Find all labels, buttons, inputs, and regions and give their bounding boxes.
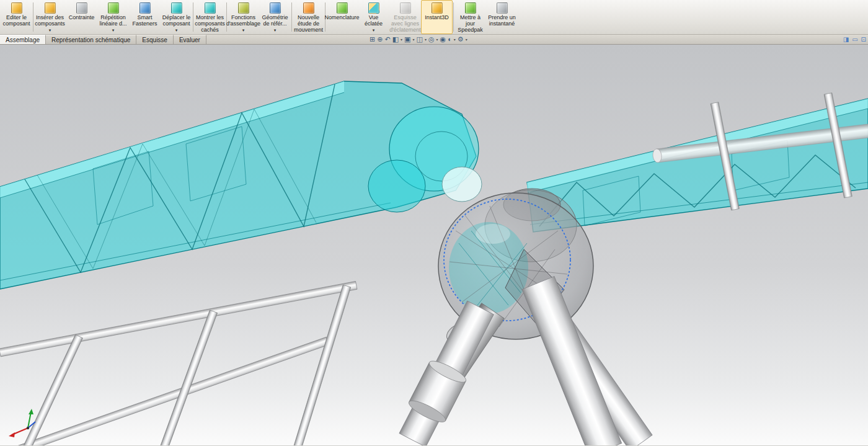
mate-paperclip-icon xyxy=(76,2,87,14)
display-style-icon[interactable]: ◫ xyxy=(417,36,423,43)
instant3d-icon xyxy=(432,2,443,14)
exploded-view-icon xyxy=(368,2,379,14)
command-manager-tabs: Assemblage Représentation schématique Es… xyxy=(0,35,868,45)
take-snapshot-icon xyxy=(497,2,508,14)
bill-of-materials-button[interactable]: Nomenclature xyxy=(326,0,358,34)
mate-button[interactable]: Contrainte xyxy=(66,0,97,34)
display-pane-expand-icon[interactable]: ◨ xyxy=(843,37,849,43)
dropdown-caret-icon[interactable]: ▾ xyxy=(112,29,115,32)
bill-of-materials-icon xyxy=(337,2,348,14)
dropdown-caret-icon[interactable]: ▾ xyxy=(175,29,178,32)
insert-components-button[interactable]: Insérer des composants ▾ xyxy=(34,0,66,34)
linear-pattern-button[interactable]: Répétition linéaire d... ▾ xyxy=(97,0,129,34)
smart-fasteners-button[interactable]: Smart Fasteners xyxy=(129,0,161,34)
zoom-area-icon[interactable]: ⊕ xyxy=(377,36,383,43)
exploded-view-button[interactable]: Vue éclatée ▾ xyxy=(358,0,389,34)
explode-line-sketch-icon xyxy=(400,2,411,14)
smart-fasteners-icon xyxy=(140,2,151,14)
graphics-area[interactable] xyxy=(0,45,868,445)
take-snapshot-button[interactable]: Prendre un instantané xyxy=(486,0,518,34)
reference-geometry-button[interactable]: Géométrie de référ... ▾ xyxy=(259,0,291,34)
toolbar-separator xyxy=(453,2,454,32)
display-pane-buttons: ◨▭⊡ xyxy=(843,35,866,44)
tab-esquisse[interactable]: Esquisse xyxy=(136,35,174,44)
dropdown-caret-icon[interactable]: ▾ xyxy=(274,29,277,32)
insert-components-icon xyxy=(45,2,56,14)
edit-component-icon xyxy=(11,2,22,14)
tab-representation-schematique[interactable]: Représentation schématique xyxy=(46,35,136,44)
toolbar-separator xyxy=(33,2,33,32)
move-component-button[interactable]: Déplacer le composant ▾ xyxy=(161,0,192,34)
assembly-features-button[interactable]: Fonctions d'assemblage ▾ xyxy=(228,0,259,34)
dropdown-caret-icon[interactable]: ▾ xyxy=(454,37,456,42)
view-settings-icon[interactable]: ⚙ xyxy=(458,36,464,43)
edit-appearance-icon[interactable]: ◉ xyxy=(440,36,446,43)
reference-geometry-icon xyxy=(270,2,281,14)
dropdown-caret-icon[interactable]: ▾ xyxy=(242,29,245,32)
tab-evaluer[interactable]: Evaluer xyxy=(174,35,206,44)
section-view-icon[interactable]: ◧ xyxy=(392,36,399,43)
fullscreen-toggle-icon[interactable]: ⊡ xyxy=(861,37,866,43)
edit-component-button[interactable]: Editer le composant xyxy=(1,0,32,34)
explode-line-sketch-button: Esquisse avec lignes d'éclatement xyxy=(389,0,421,34)
tab-assemblage[interactable]: Assemblage xyxy=(0,35,46,44)
dropdown-caret-icon[interactable]: ▾ xyxy=(373,29,375,32)
move-component-icon xyxy=(171,2,182,14)
featuremanager-collapse-icon[interactable]: ▭ xyxy=(852,37,857,43)
show-hidden-components-button[interactable]: Montrer les composants cachés xyxy=(194,0,226,34)
dropdown-caret-icon[interactable]: ▾ xyxy=(425,37,427,42)
apply-scene-icon[interactable]: ◐ xyxy=(448,36,452,43)
update-speedpak-button[interactable]: Mettre à jour Speedpak xyxy=(454,0,486,34)
toolbar-separator xyxy=(291,2,292,32)
new-motion-study-button[interactable]: Nouvelle étude de mouvement xyxy=(293,0,324,34)
zoom-fit-icon[interactable]: ⊞ xyxy=(370,36,375,43)
command-manager-toolbar: Editer le composant Insérer des composan… xyxy=(0,0,868,35)
view-orientation-icon[interactable]: ▣ xyxy=(404,36,410,43)
dropdown-caret-icon[interactable]: ▾ xyxy=(412,37,414,42)
view-toolbar: ⊞⊕↶◧▾▣▾◫▾◎▾◉◐▾⚙▾ xyxy=(370,35,467,44)
dropdown-caret-icon[interactable]: ▾ xyxy=(436,37,438,42)
previous-view-icon[interactable]: ↶ xyxy=(384,36,390,43)
hide-show-items-icon[interactable]: ◎ xyxy=(428,36,435,43)
show-hidden-components-icon xyxy=(205,2,216,14)
assembly-features-icon xyxy=(238,2,249,14)
instant3d-button[interactable]: Instant3D xyxy=(421,0,453,34)
linear-pattern-icon xyxy=(108,2,119,14)
dropdown-caret-icon[interactable]: ▾ xyxy=(466,37,467,42)
dropdown-caret-icon[interactable]: ▾ xyxy=(49,29,51,32)
update-speedpak-icon xyxy=(465,2,476,14)
dropdown-caret-icon[interactable]: ▾ xyxy=(401,37,402,42)
toolbar-separator xyxy=(193,2,193,32)
new-motion-study-icon xyxy=(303,2,314,14)
